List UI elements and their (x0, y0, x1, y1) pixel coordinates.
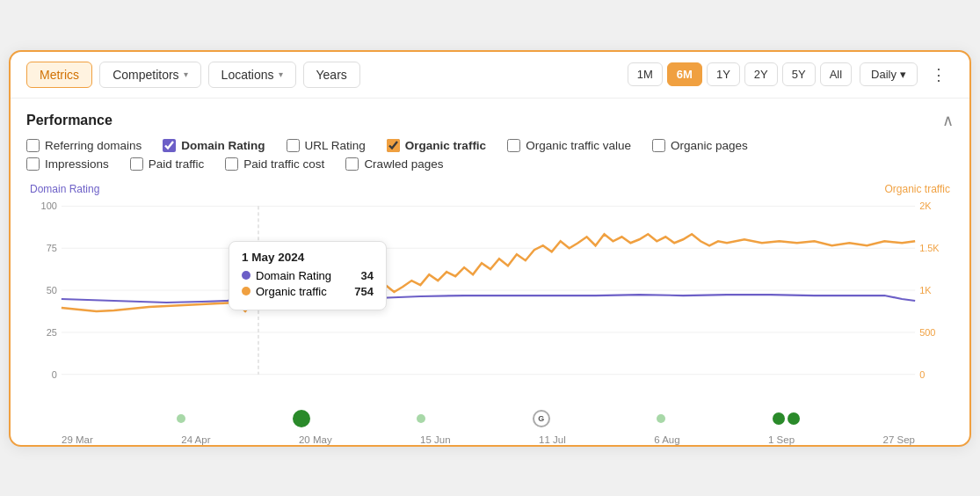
tooltip-dot-orange (242, 287, 250, 295)
more-options-button[interactable]: ⋮ (924, 61, 954, 89)
chart-svg-wrapper: 100 75 50 25 0 2K 1.5K 1K 500 0 (26, 197, 954, 408)
tooltip-row-ot: Organic traffic 754 (242, 285, 374, 298)
checkbox-row-1: Referring domains Domain Rating URL Rati… (11, 137, 969, 156)
top-bar: Metrics Competitors ▾ Locations ▾ Years … (11, 52, 969, 98)
svg-text:0: 0 (52, 368, 57, 379)
svg-text:25: 25 (47, 326, 57, 337)
collapse-button[interactable]: ∧ (942, 111, 954, 130)
svg-text:1K: 1K (919, 285, 932, 295)
x-label-2: 24 Apr (181, 434, 210, 445)
top-bar-left: Metrics Competitors ▾ Locations ▾ Years (26, 62, 360, 88)
chart-svg: 100 75 50 25 0 2K 1.5K 1K 500 0 (26, 197, 954, 408)
years-tab[interactable]: Years (303, 62, 360, 88)
tooltip-label-ot: Organic traffic (256, 285, 327, 298)
x-label-5: 11 Jul (539, 434, 566, 445)
tooltip-value-ot: 754 (354, 285, 374, 298)
timeline-dot-2 (293, 410, 310, 427)
timeline-dot-5b (788, 412, 800, 425)
daily-chevron: ▾ (900, 68, 906, 81)
x-label-6: 6 Aug (654, 434, 679, 445)
timeline-dot-1 (177, 414, 185, 423)
performance-header: Performance ∧ (11, 98, 969, 137)
competitors-chevron: ▾ (184, 69, 188, 79)
locations-chevron: ▾ (279, 69, 283, 79)
x-label-8: 27 Sep (883, 434, 915, 445)
main-card: Metrics Competitors ▾ Locations ▾ Years … (9, 50, 971, 447)
chart-tooltip: 1 May 2024 Domain Rating 34 Organic traf… (229, 241, 387, 310)
performance-title: Performance (26, 113, 113, 128)
time-2y[interactable]: 2Y (744, 62, 778, 86)
x-label-7: 1 Sep (768, 434, 795, 445)
svg-text:500: 500 (919, 326, 935, 337)
domain-rating-line (62, 291, 915, 303)
svg-text:50: 50 (47, 285, 57, 295)
cb-paid-traffic-cost[interactable]: Paid traffic cost (225, 157, 324, 171)
checkbox-row-2: Impressions Paid traffic Paid traffic co… (11, 156, 969, 174)
cb-url-rating[interactable]: URL Rating (287, 139, 366, 152)
timeline-dot-pair (773, 412, 800, 425)
cb-impressions[interactable]: Impressions (26, 157, 109, 171)
cb-organic-pages[interactable]: Organic pages (652, 139, 748, 152)
cb-paid-traffic[interactable]: Paid traffic (130, 157, 205, 171)
time-6m[interactable]: 6M (667, 62, 702, 86)
timeline-dot-5a (773, 412, 785, 425)
cb-referring-domains[interactable]: Referring domains (26, 139, 142, 152)
cb-crawled-pages[interactable]: Crawled pages (345, 157, 443, 171)
timeline-dot-3 (417, 414, 425, 423)
x-axis-labels: 29 Mar 24 Apr 20 May 15 Jun 11 Jul 6 Aug… (26, 431, 954, 445)
tooltip-date: 1 May 2024 (242, 251, 374, 264)
chart-axis-labels: Domain Rating Organic traffic (26, 183, 954, 195)
time-5y[interactable]: 5Y (782, 62, 816, 86)
x-label-1: 29 Mar (62, 434, 93, 445)
chart-right-label: Organic traffic (885, 183, 950, 195)
chart-left-label: Domain Rating (30, 183, 99, 195)
x-label-4: 15 Jun (420, 434, 451, 445)
daily-dropdown[interactable]: Daily ▾ (860, 62, 918, 86)
timeline-dots-row: G (26, 408, 954, 427)
svg-text:0: 0 (919, 368, 925, 379)
svg-text:2K: 2K (919, 201, 932, 211)
timeline-dot-google: G (533, 410, 550, 427)
competitors-tab[interactable]: Competitors ▾ (99, 62, 200, 88)
time-1m[interactable]: 1M (628, 62, 663, 86)
timeline-dot-4 (657, 414, 665, 423)
svg-text:100: 100 (41, 201, 57, 211)
svg-text:75: 75 (47, 243, 57, 253)
tooltip-dot-purple (242, 271, 250, 280)
locations-tab[interactable]: Locations ▾ (208, 62, 296, 88)
tooltip-value-dr: 34 (361, 269, 374, 282)
x-label-3: 20 May (299, 434, 332, 445)
cb-organic-traffic-value[interactable]: Organic traffic value (507, 139, 631, 152)
cb-organic-traffic[interactable]: Organic traffic (387, 139, 486, 152)
top-bar-right: 1M 6M 1Y 2Y 5Y All Daily ▾ ⋮ (628, 61, 954, 89)
chart-area: Domain Rating Organic traffic 100 75 50 … (11, 179, 969, 445)
time-all[interactable]: All (820, 62, 852, 86)
cb-domain-rating[interactable]: Domain Rating (163, 139, 265, 152)
tooltip-row-dr: Domain Rating 34 (242, 269, 374, 282)
tooltip-label-dr: Domain Rating (256, 269, 331, 282)
svg-text:1.5K: 1.5K (919, 243, 940, 253)
time-1y[interactable]: 1Y (707, 62, 740, 86)
organic-traffic-line (62, 234, 915, 311)
metrics-tab[interactable]: Metrics (26, 62, 92, 88)
